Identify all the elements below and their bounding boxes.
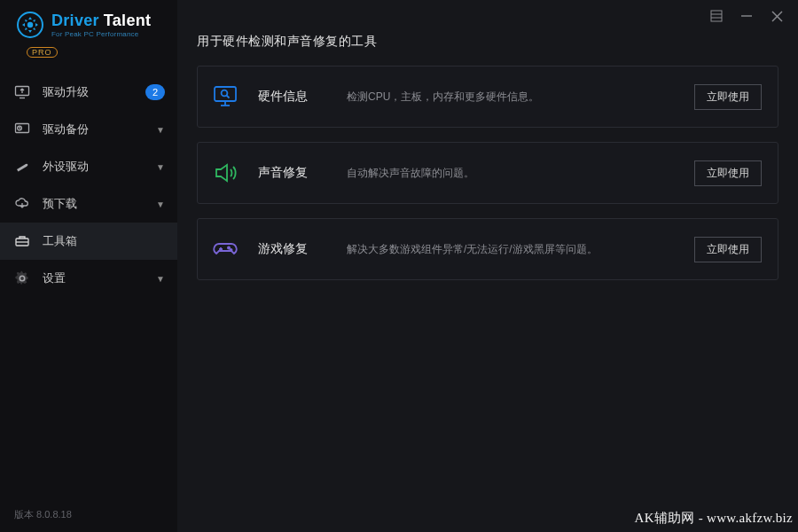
svg-point-12: [26, 164, 28, 167]
caret-down-icon: ▼: [156, 200, 165, 209]
speaker-icon: [212, 160, 239, 186]
svg-line-19: [227, 96, 230, 98]
gamepad-icon: [212, 236, 239, 262]
caret-down-icon: ▼: [156, 274, 165, 284]
sidebar-item-predownload[interactable]: 预下载 ▼: [0, 185, 177, 223]
pro-badge: PRO: [27, 47, 58, 58]
monitor-search-icon: [212, 83, 239, 110]
tool-desc: 检测CPU，主板，内存和更多硬件信息。: [347, 90, 694, 105]
svg-point-18: [222, 90, 228, 97]
svg-point-22: [228, 246, 230, 248]
sidebar-item-toolbox[interactable]: 工具箱: [0, 223, 177, 260]
main-panel: 用于硬件检测和声音修复的工具 硬件信息 检测CPU，主板，内存和更多硬件信息。 …: [177, 0, 798, 532]
use-button[interactable]: 立即使用: [694, 160, 762, 186]
caret-down-icon: ▼: [156, 162, 165, 172]
sidebar-item-label: 外设驱动: [43, 159, 156, 175]
tool-card-game: 游戏修复 解决大多数游戏组件异常/无法运行/游戏黑屏等问题。 立即使用: [197, 218, 778, 280]
clock-backup-icon: [14, 121, 30, 137]
sidebar-item-label: 驱动备份: [43, 121, 156, 137]
brand-subtitle: For Peak PC Performance: [51, 30, 151, 38]
nav: 驱动升级 2 驱动备份 ▼ 外设驱动 ▼ 预下载 ▼: [0, 74, 177, 297]
app-logo: Driver Talent For Peak PC Performance: [0, 0, 177, 44]
use-button[interactable]: 立即使用: [694, 237, 762, 262]
svg-rect-15: [215, 87, 236, 101]
sidebar: Driver Talent For Peak PC Performance PR…: [0, 0, 177, 532]
sidebar-item-label: 驱动升级: [43, 84, 145, 100]
brand-name: Driver Talent: [51, 12, 151, 30]
svg-point-23: [230, 249, 231, 251]
tool-desc: 解决大多数游戏组件异常/无法运行/游戏黑屏等问题。: [347, 242, 694, 257]
tool-title: 游戏修复: [258, 241, 347, 257]
badge-count: 2: [145, 84, 165, 100]
gear-logo-icon: [16, 11, 44, 39]
tool-title: 硬件信息: [258, 89, 347, 105]
sidebar-item-label: 设置: [43, 270, 156, 286]
watermark: AK辅助网 - www.akfzw.biz: [635, 510, 793, 527]
cloud-download-icon: [14, 196, 30, 212]
usb-icon: [14, 159, 30, 175]
toolbox-icon: [14, 233, 30, 249]
caret-down-icon: ▼: [156, 125, 165, 135]
tool-card-sound: 声音修复 自动解决声音故障的问题。 立即使用: [197, 142, 778, 204]
tool-desc: 自动解决声音故障的问题。: [347, 166, 694, 181]
version-label: 版本 8.0.8.18: [14, 508, 72, 521]
svg-point-7: [27, 22, 33, 27]
sidebar-item-label: 预下载: [43, 196, 156, 212]
sidebar-item-driver-upgrade[interactable]: 驱动升级 2: [0, 74, 177, 111]
sidebar-item-peripheral[interactable]: 外设驱动 ▼: [0, 148, 177, 185]
tool-title: 声音修复: [258, 165, 347, 181]
monitor-up-icon: [14, 84, 30, 100]
use-button[interactable]: 立即使用: [694, 84, 762, 110]
sidebar-item-settings[interactable]: 设置 ▼: [0, 260, 177, 297]
gear-icon: [14, 270, 30, 286]
sidebar-item-label: 工具箱: [43, 233, 165, 249]
sidebar-item-driver-backup[interactable]: 驱动备份 ▼: [0, 111, 177, 148]
page-title: 用于硬件检测和声音修复的工具: [197, 34, 778, 50]
tool-card-hardware: 硬件信息 检测CPU，主板，内存和更多硬件信息。 立即使用: [197, 66, 778, 128]
